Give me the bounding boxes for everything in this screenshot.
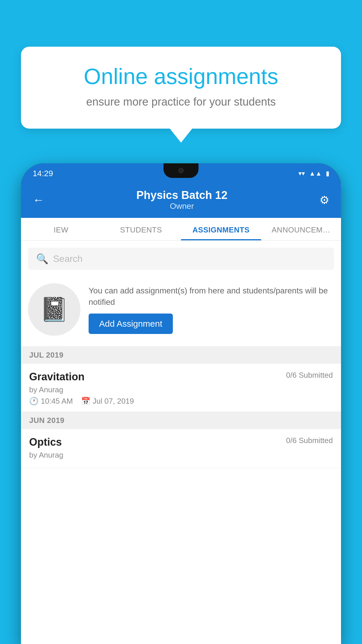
search-bar[interactable]: 🔍 Search <box>28 248 334 270</box>
content-area: 🔍 Search 📓 You can add assignment(s) fro… <box>21 241 341 644</box>
assignment-meta: 🕐 10:45 AM 📅 Jul 07, 2019 <box>29 397 333 406</box>
app-header: ← Physics Batch 12 Owner ⚙ <box>21 184 341 218</box>
section-header-jun: JUN 2019 <box>21 412 341 429</box>
tab-assignments[interactable]: ASSIGNMENTS <box>181 218 261 240</box>
assignment-item-header: Optics 0/6 Submitted <box>29 436 333 448</box>
calendar-icon: 📅 <box>81 397 90 406</box>
search-placeholder: Search <box>53 253 82 264</box>
prompt-text: You can add assignment(s) from here and … <box>89 285 334 308</box>
signal-icon: ▲▲ <box>309 170 322 177</box>
tab-iew[interactable]: IEW <box>21 218 101 240</box>
status-icons: ▾▾ ▲▲ ▮ <box>298 170 329 177</box>
assignment-author: by Anurag <box>29 451 333 460</box>
assignment-item[interactable]: Optics 0/6 Submitted by Anurag <box>21 429 341 468</box>
meta-date: 📅 Jul 07, 2019 <box>81 397 134 406</box>
header-center: Physics Batch 12 Owner <box>44 189 319 211</box>
notebook-icon: 📓 <box>40 296 69 323</box>
settings-icon[interactable]: ⚙ <box>319 194 329 206</box>
speech-bubble-card: Online assignments ensure more practice … <box>21 47 341 129</box>
assignment-prompt: 📓 You can add assignment(s) from here an… <box>21 274 341 346</box>
assignment-item[interactable]: Gravitation 0/6 Submitted by Anurag 🕐 10… <box>21 364 341 412</box>
prompt-content: You can add assignment(s) from here and … <box>89 285 334 334</box>
speech-bubble-subtitle: ensure more practice for your students <box>41 96 321 108</box>
batch-title: Physics Batch 12 <box>44 189 319 202</box>
add-assignment-button[interactable]: Add Assignment <box>89 314 173 334</box>
status-time: 14:29 <box>33 169 53 178</box>
assignment-name: Optics <box>29 436 62 448</box>
search-icon: 🔍 <box>36 253 48 265</box>
tab-students[interactable]: STUDENTS <box>101 218 181 240</box>
assignment-author: by Anurag <box>29 385 333 394</box>
battery-icon: ▮ <box>326 170 329 177</box>
tabs-bar: IEW STUDENTS ASSIGNMENTS ANNOUNCEM… <box>21 218 341 241</box>
assignment-name: Gravitation <box>29 371 85 383</box>
speech-bubble-title: Online assignments <box>41 64 321 89</box>
phone-frame: 14:29 ▾▾ ▲▲ ▮ ← Physics Batch 12 Owner ⚙… <box>21 163 341 644</box>
assignment-submitted: 0/6 Submitted <box>286 436 333 445</box>
assignment-date: Jul 07, 2019 <box>93 397 134 406</box>
assignment-time: 10:45 AM <box>41 397 73 406</box>
status-bar: 14:29 ▾▾ ▲▲ ▮ <box>21 163 341 184</box>
assignment-submitted: 0/6 Submitted <box>286 371 333 380</box>
batch-role: Owner <box>44 202 319 211</box>
clock-icon: 🕐 <box>29 397 38 406</box>
phone-screen: ← Physics Batch 12 Owner ⚙ IEW STUDENTS … <box>21 184 341 644</box>
assignment-item-header: Gravitation 0/6 Submitted <box>29 371 333 383</box>
section-header-jul: JUL 2019 <box>21 346 341 364</box>
tab-announcements[interactable]: ANNOUNCEM… <box>261 218 341 240</box>
phone-notch <box>164 163 198 178</box>
back-button[interactable]: ← <box>33 193 44 206</box>
wifi-icon: ▾▾ <box>298 170 305 177</box>
prompt-icon-circle: 📓 <box>28 283 80 336</box>
camera-icon <box>178 168 184 173</box>
meta-time: 🕐 10:45 AM <box>29 397 73 406</box>
